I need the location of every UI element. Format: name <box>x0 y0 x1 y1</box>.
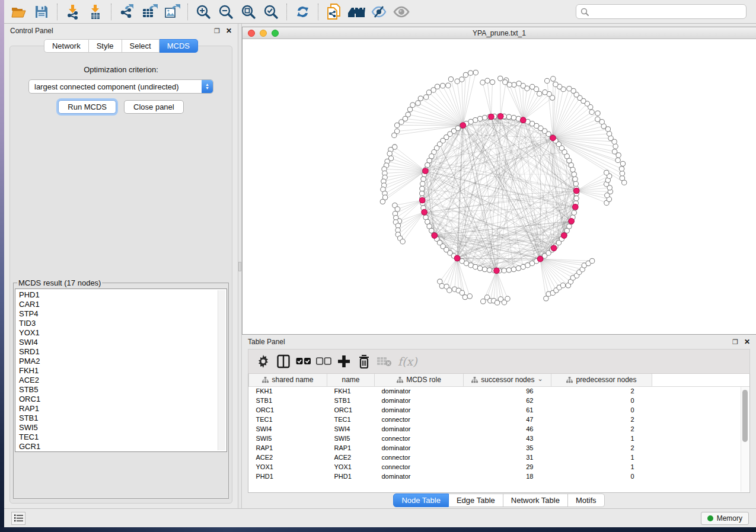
mcds-node[interactable] <box>569 218 575 224</box>
network-node[interactable] <box>505 296 510 301</box>
network-node[interactable] <box>481 299 486 304</box>
result-node-item[interactable]: SWI4 <box>19 338 217 347</box>
network-node[interactable] <box>613 144 618 149</box>
mcds-node[interactable] <box>573 188 579 194</box>
maximize-window-icon[interactable] <box>272 30 279 37</box>
network-node[interactable] <box>570 167 575 172</box>
network-node[interactable] <box>399 120 404 124</box>
close-window-icon[interactable] <box>248 30 255 37</box>
refresh-view-icon[interactable] <box>294 3 311 21</box>
network-node[interactable] <box>420 186 425 191</box>
mcds-node[interactable] <box>573 204 579 210</box>
delete-row-icon[interactable] <box>355 352 373 370</box>
export-image-icon[interactable] <box>163 3 181 21</box>
network-node[interactable] <box>482 115 487 120</box>
network-node[interactable] <box>506 268 511 273</box>
network-node[interactable] <box>516 266 521 271</box>
network-node[interactable] <box>620 161 625 166</box>
table-row[interactable]: PHD1PHD1dominator180 <box>249 472 750 481</box>
table-row[interactable]: FKH1FKH1dominator962 <box>249 386 750 396</box>
network-node[interactable] <box>595 111 600 116</box>
zoom-out-icon[interactable] <box>217 3 235 21</box>
network-node[interactable] <box>506 114 511 119</box>
network-node[interactable] <box>619 166 624 171</box>
task-history-button[interactable] <box>11 512 25 525</box>
network-node[interactable] <box>544 78 549 83</box>
network-node[interactable] <box>480 80 485 85</box>
column-header-predecessor-nodes[interactable]: predecessor nodes <box>551 374 652 386</box>
network-graph[interactable] <box>243 39 756 334</box>
zoom-in-icon[interactable] <box>194 3 212 21</box>
table-settings-icon[interactable] <box>254 352 272 370</box>
result-list-scrollbar[interactable] <box>218 290 225 450</box>
deselect-all-icon[interactable] <box>315 352 333 370</box>
mcds-node[interactable] <box>423 168 429 174</box>
add-row-icon[interactable] <box>335 352 353 370</box>
result-node-item[interactable]: RAP1 <box>19 404 217 414</box>
network-node[interactable] <box>477 116 482 121</box>
run-mcds-button[interactable]: Run MCDS <box>58 100 116 114</box>
network-node[interactable] <box>460 290 464 295</box>
tab-select[interactable]: Select <box>122 39 160 53</box>
mcds-node[interactable] <box>494 268 500 274</box>
network-node[interactable] <box>462 294 467 299</box>
result-node-item[interactable]: ORC1 <box>19 395 217 404</box>
table-scrollbar-thumb[interactable] <box>742 390 748 442</box>
network-node[interactable] <box>572 210 576 215</box>
network-node[interactable] <box>607 132 611 136</box>
memory-button[interactable]: Memory <box>701 512 749 525</box>
network-node[interactable] <box>447 288 452 293</box>
network-canvas[interactable] <box>243 39 756 334</box>
table-row[interactable]: SWI4SWI4dominator462 <box>249 424 750 434</box>
open-file-icon[interactable] <box>10 3 28 21</box>
float-panel-icon[interactable]: ❐ <box>214 27 220 35</box>
mcds-node[interactable] <box>422 209 428 215</box>
column-header-successor-nodes[interactable]: successor nodes⌄ <box>464 374 551 386</box>
tab-network-table[interactable]: Network Table <box>503 493 568 507</box>
column-header-shared-name[interactable]: shared name <box>249 374 327 386</box>
network-node[interactable] <box>604 170 609 175</box>
result-node-item[interactable]: YOX1 <box>19 328 217 338</box>
network-node[interactable] <box>419 191 424 196</box>
network-node[interactable] <box>497 76 502 81</box>
result-node-item[interactable]: PHD1 <box>19 290 217 300</box>
network-node[interactable] <box>392 133 397 137</box>
network-node[interactable] <box>467 294 472 299</box>
column-header-MCDS-role[interactable]: MCDS role <box>375 374 464 386</box>
clone-network-icon[interactable] <box>325 3 343 21</box>
network-node[interactable] <box>516 81 521 86</box>
network-node[interactable] <box>574 196 579 201</box>
network-node[interactable] <box>503 79 508 84</box>
network-node[interactable] <box>418 96 423 101</box>
import-table-icon[interactable] <box>87 3 104 21</box>
network-node[interactable] <box>529 84 534 89</box>
split-divider-handle[interactable] <box>238 262 241 271</box>
network-node[interactable] <box>473 70 478 75</box>
tab-network[interactable]: Network <box>44 39 89 53</box>
result-node-item[interactable]: STB5 <box>19 385 217 395</box>
network-node[interactable] <box>473 264 478 269</box>
export-table-icon[interactable] <box>141 3 158 21</box>
result-node-item[interactable]: TID3 <box>19 319 217 328</box>
network-node[interactable] <box>426 90 431 95</box>
network-node[interactable] <box>460 77 464 82</box>
show-eye-icon[interactable] <box>393 3 410 21</box>
close-panel-button[interactable]: Close panel <box>124 100 184 114</box>
network-node[interactable] <box>620 175 624 180</box>
network-node[interactable] <box>416 101 420 105</box>
network-node[interactable] <box>446 83 451 88</box>
network-node[interactable] <box>553 82 558 86</box>
mcds-node[interactable] <box>432 233 438 239</box>
hide-glass-icon[interactable] <box>370 3 388 21</box>
network-node[interactable] <box>487 268 492 273</box>
network-node[interactable] <box>560 283 565 288</box>
zoom-selected-icon[interactable] <box>262 3 280 21</box>
network-node[interactable] <box>468 70 473 75</box>
close-panel-icon[interactable]: ✕ <box>744 338 750 346</box>
mcds-node[interactable] <box>550 135 556 141</box>
mcds-result-list[interactable]: PHD1CAR1STP4TID3YOX1SWI4SRD1PMA2FKH1ACE2… <box>15 289 227 452</box>
tab-motifs[interactable]: Motifs <box>568 493 605 507</box>
network-node[interactable] <box>468 263 473 268</box>
global-search-field[interactable] <box>576 4 747 19</box>
tab-node-table[interactable]: Node Table <box>393 493 449 507</box>
